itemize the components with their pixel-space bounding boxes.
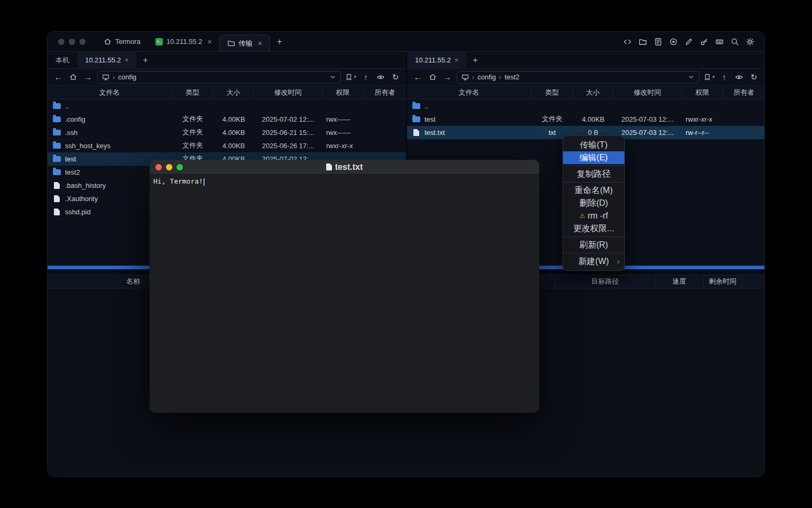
col-size[interactable]: 大小 — [573, 86, 613, 99]
record-icon[interactable] — [669, 37, 678, 47]
bookmark-button[interactable]: ▾ — [704, 71, 715, 83]
left-add-tab-button[interactable]: + — [136, 52, 154, 68]
close-tab-icon[interactable]: × — [207, 38, 211, 46]
editor-titlebar[interactable]: test.txt — [150, 160, 539, 175]
col-type[interactable]: 类型 — [531, 86, 573, 99]
editor-zoom-button[interactable] — [177, 164, 183, 170]
show-hidden-icon[interactable] — [734, 71, 744, 83]
home-icon[interactable] — [427, 71, 438, 83]
col-owner[interactable]: 所有者 — [723, 86, 764, 99]
editor-close-button[interactable] — [155, 164, 162, 170]
show-hidden-icon[interactable] — [375, 71, 386, 83]
transfer-col-remaining-time[interactable]: 剩余时间 — [704, 275, 742, 288]
screen: Termora 10.211.55.2 × 传输 × + — [0, 0, 812, 508]
forward-icon[interactable]: → — [82, 71, 93, 83]
right-path-bar[interactable]: › config › test2 — [457, 71, 699, 84]
folder-icon — [53, 116, 61, 122]
code-icon[interactable] — [623, 37, 632, 47]
col-owner[interactable]: 所有者 — [364, 86, 406, 99]
chevron-down-icon[interactable] — [329, 74, 336, 80]
zoom-window-button[interactable] — [79, 39, 86, 45]
bookmark-button[interactable]: ▾ — [345, 71, 356, 83]
editor-content[interactable]: Hi, Termora! — [150, 175, 539, 413]
path-segment[interactable]: config — [118, 73, 136, 81]
menu-item-delete[interactable]: 删除(D) — [563, 197, 624, 210]
edit-icon[interactable] — [684, 37, 694, 47]
col-filename[interactable]: 文件名 — [48, 86, 172, 99]
chevron-down-icon[interactable] — [688, 74, 695, 80]
tab-transfer[interactable]: 传输 × — [219, 34, 270, 51]
left-tab-local[interactable]: 本机 — [48, 52, 77, 68]
tab-label: 传输 — [239, 39, 253, 48]
file-name: .Xauthority — [65, 195, 98, 203]
forward-icon[interactable]: → — [442, 71, 453, 83]
transfer-col-speed[interactable]: 速度 — [656, 275, 704, 288]
path-segment[interactable]: test2 — [504, 73, 519, 81]
window-titlebar[interactable]: Termora 10.211.55.2 × 传输 × + — [48, 32, 764, 52]
menu-item-change-permissions[interactable]: 更改权限... — [563, 222, 624, 235]
left-panel-tabs: 本机 10.211.55.2 × + — [48, 52, 406, 69]
file-name: .. — [65, 102, 69, 110]
upload-icon[interactable]: ↑ — [719, 71, 730, 83]
key-icon[interactable] — [699, 37, 709, 47]
menu-item-transfer[interactable]: 传输(T) — [563, 139, 624, 151]
col-permissions[interactable]: 权限 — [682, 86, 723, 99]
text-cursor — [204, 178, 205, 186]
back-icon[interactable]: ← — [412, 71, 423, 83]
file-row[interactable]: ssh_host_keys 文件夹 4.00KB 2025-06-26 17:.… — [48, 139, 406, 152]
folder-icon — [53, 130, 61, 135]
transfer-col-target-path[interactable]: 目标路径 — [555, 275, 656, 288]
folder-icon[interactable] — [638, 37, 648, 47]
tab-termora-home[interactable]: Termora — [96, 32, 148, 51]
left-table-header: 文件名 类型 大小 修改时间 权限 所有者 — [48, 86, 406, 99]
search-icon[interactable] — [730, 37, 740, 47]
right-tab-remote[interactable]: 10.211.55.2 × — [407, 52, 466, 68]
close-tab-icon[interactable]: × — [125, 56, 129, 64]
menu-item-refresh[interactable]: 刷新(R) — [563, 239, 624, 251]
file-row[interactable]: .. — [48, 99, 406, 113]
refresh-icon[interactable]: ↻ — [749, 71, 759, 83]
new-tab-button[interactable]: + — [270, 32, 289, 51]
file-permissions: rwx------ — [322, 129, 364, 137]
path-segment[interactable]: config — [477, 73, 496, 81]
menu-item-rm-rf[interactable]: ⚠rm -rf — [563, 210, 624, 222]
file-name: .. — [425, 102, 428, 110]
right-toolbar: ← → › config › test2 ▾ ↑ ↻ — [407, 69, 764, 86]
keyboard-icon[interactable] — [715, 37, 724, 47]
col-permissions[interactable]: 权限 — [322, 86, 364, 99]
upload-icon[interactable]: ↑ — [361, 71, 371, 83]
file-row[interactable]: test 文件夹 4.00KB 2025-07-03 12:... rwxr-x… — [407, 113, 764, 126]
right-add-tab-button[interactable]: + — [466, 52, 484, 68]
back-icon[interactable]: ← — [53, 71, 63, 83]
editor-minimize-button[interactable] — [166, 164, 172, 170]
close-tab-icon[interactable]: × — [455, 56, 459, 64]
col-size[interactable]: 大小 — [214, 86, 254, 99]
file-name: .ssh — [65, 129, 78, 137]
file-row[interactable]: .. — [407, 99, 764, 113]
close-window-button[interactable] — [58, 39, 64, 45]
left-tab-remote[interactable]: 10.211.55.2 × — [77, 52, 136, 68]
settings-icon[interactable] — [745, 37, 755, 47]
folder-icon — [412, 103, 420, 109]
menu-separator — [563, 182, 624, 183]
col-filename[interactable]: 文件名 — [407, 86, 531, 99]
tab-ssh-session[interactable]: 10.211.55.2 × — [148, 32, 219, 51]
log-icon[interactable] — [653, 37, 663, 47]
file-row[interactable]: .ssh 文件夹 4.00KB 2025-06-21 15:... rwx---… — [48, 126, 406, 139]
left-path-bar[interactable]: › config — [97, 71, 341, 84]
minimize-window-button[interactable] — [69, 39, 75, 45]
menu-item-copy-path[interactable]: 复制路径 — [563, 168, 624, 180]
menu-item-edit[interactable]: 编辑(E) — [563, 151, 624, 164]
menu-item-rename[interactable]: 重命名(M) — [563, 184, 624, 197]
refresh-icon[interactable]: ↻ — [390, 71, 401, 83]
col-type[interactable]: 类型 — [172, 86, 214, 99]
home-icon[interactable] — [68, 71, 78, 83]
col-modified[interactable]: 修改时间 — [613, 86, 682, 99]
folder-icon — [53, 103, 61, 109]
close-tab-icon[interactable]: × — [258, 39, 262, 48]
file-row[interactable]: .config 文件夹 4.00KB 2025-07-02 12:... rwx… — [48, 113, 406, 126]
folder-icon — [53, 156, 61, 162]
col-modified[interactable]: 修改时间 — [254, 86, 322, 99]
menu-item-new[interactable]: 新建(W)› — [563, 255, 624, 268]
file-name: .config — [65, 115, 85, 123]
